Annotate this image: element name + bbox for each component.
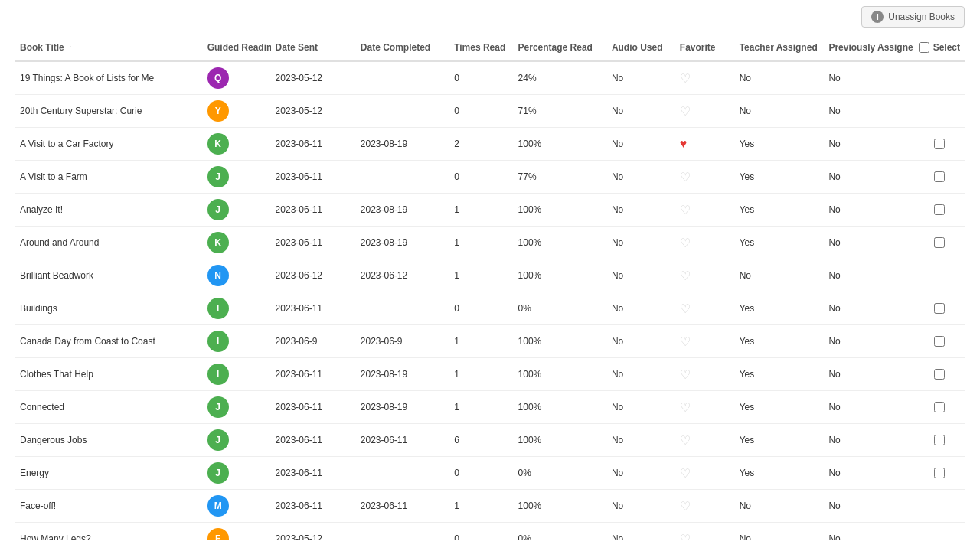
book-title-text: A Visit to a Car Factory [20, 139, 114, 149]
row-select-checkbox[interactable] [934, 237, 945, 248]
cell-teacher-assigned: Yes [735, 358, 825, 391]
favorite-heart-icon[interactable]: ♡ [680, 104, 691, 119]
cell-teacher-assigned: Yes [735, 227, 825, 259]
cell-guided-reading-level: J [203, 391, 271, 424]
cell-select [913, 523, 965, 540]
cell-teacher-assigned: No [735, 259, 825, 292]
favorite-heart-icon[interactable]: ♡ [680, 466, 691, 481]
cell-percentage-read: 0% [514, 292, 607, 325]
table-row: ConnectedJ2023-06-112023-08-191100%No♡Ye… [15, 391, 965, 424]
favorite-heart-icon[interactable]: ♡ [680, 532, 691, 540]
col-header-audio-used[interactable]: Audio Used [607, 34, 675, 61]
favorite-heart-icon[interactable]: ♡ [680, 400, 691, 415]
favorite-heart-icon[interactable]: ♡ [680, 71, 691, 86]
cell-percentage-read: 0% [514, 457, 607, 490]
table-wrapper: Book Title ↑ Guided Reading Level Date S… [0, 34, 980, 540]
table-scroll[interactable]: Book Title ↑ Guided Reading Level Date S… [15, 34, 965, 540]
cell-date-sent: 2023-06-11 [271, 457, 356, 490]
table-row: A Visit to a Car FactoryK2023-06-112023-… [15, 128, 965, 161]
favorite-heart-icon[interactable]: ♡ [680, 499, 691, 514]
cell-guided-reading-level: M [203, 490, 271, 523]
cell-favorite[interactable]: ♡ [675, 95, 735, 128]
cell-date-completed: 2023-06-11 [356, 424, 449, 457]
favorite-heart-icon[interactable]: ♡ [680, 203, 691, 217]
cell-favorite[interactable]: ♡ [675, 391, 735, 424]
cell-times-read: 2 [449, 128, 513, 161]
unassign-books-button[interactable]: i Unassign Books [861, 6, 965, 28]
table-row: Clothes That HelpI2023-06-112023-08-1911… [15, 358, 965, 391]
favorite-heart-icon[interactable]: ♡ [680, 170, 691, 184]
favorite-heart-icon[interactable]: ♡ [680, 269, 691, 283]
col-header-date-sent[interactable]: Date Sent [271, 34, 356, 61]
cell-book-title: Dangerous Jobs [15, 424, 203, 457]
cell-select [913, 325, 965, 358]
cell-date-completed: 2023-06-11 [356, 490, 449, 523]
cell-date-completed: 2023-08-19 [356, 227, 449, 259]
cell-favorite[interactable]: ♡ [675, 161, 735, 194]
level-badge: I [207, 331, 229, 352]
col-header-times-read[interactable]: Times Read [449, 34, 513, 61]
cell-favorite[interactable]: ♡ [675, 358, 735, 391]
row-select-checkbox[interactable] [934, 468, 945, 478]
col-header-teacher-assigned[interactable]: Teacher Assigned [735, 34, 825, 61]
cell-guided-reading-level: Q [203, 61, 271, 95]
row-select-checkbox[interactable] [934, 402, 945, 412]
favorite-heart-icon[interactable]: ♥ [680, 137, 688, 151]
cell-select [913, 457, 965, 490]
cell-date-completed: 2023-08-19 [356, 358, 449, 391]
cell-date-sent: 2023-06-11 [271, 358, 356, 391]
row-select-checkbox[interactable] [934, 435, 945, 445]
row-select-checkbox[interactable] [934, 171, 945, 182]
favorite-heart-icon[interactable]: ♡ [680, 302, 691, 316]
col-header-date-completed[interactable]: Date Completed [356, 34, 449, 61]
cell-favorite[interactable]: ♡ [675, 227, 735, 259]
row-select-checkbox[interactable] [934, 336, 945, 347]
row-select-checkbox[interactable] [934, 369, 945, 380]
row-select-checkbox[interactable] [934, 204, 945, 215]
col-header-guided-reading[interactable]: Guided Reading Level [203, 34, 271, 61]
cell-times-read: 1 [449, 194, 513, 227]
level-badge: J [207, 429, 229, 451]
favorite-heart-icon[interactable]: ♡ [680, 236, 691, 250]
cell-previously-assigned: No [824, 424, 913, 457]
cell-favorite[interactable]: ♡ [675, 194, 735, 227]
cell-times-read: 0 [449, 95, 513, 128]
cell-favorite[interactable]: ♡ [675, 424, 735, 457]
select-all-checkbox[interactable] [919, 42, 929, 53]
col-header-percentage-read[interactable]: Percentage Read [514, 34, 607, 61]
cell-favorite[interactable]: ♡ [675, 259, 735, 292]
favorite-heart-icon[interactable]: ♡ [680, 334, 691, 349]
book-title-text: Energy [20, 468, 49, 478]
cell-favorite[interactable]: ♡ [675, 61, 735, 95]
cell-favorite[interactable]: ♡ [675, 457, 735, 490]
cell-times-read: 1 [449, 490, 513, 523]
cell-previously-assigned: No [824, 523, 913, 540]
cell-select [913, 259, 965, 292]
row-select-checkbox[interactable] [934, 303, 945, 314]
favorite-heart-icon[interactable]: ♡ [680, 433, 691, 448]
col-header-favorite[interactable]: Favorite [675, 34, 735, 61]
level-badge: J [207, 396, 229, 418]
cell-favorite[interactable]: ♡ [675, 523, 735, 540]
col-header-book-title[interactable]: Book Title ↑ [15, 34, 203, 61]
cell-guided-reading-level: Y [203, 95, 271, 128]
row-select-checkbox[interactable] [934, 139, 945, 149]
cell-favorite[interactable]: ♡ [675, 325, 735, 358]
table-row: EnergyJ2023-06-1100%No♡YesNo [15, 457, 965, 490]
favorite-heart-icon[interactable]: ♡ [680, 367, 691, 382]
cell-previously-assigned: No [824, 161, 913, 194]
cell-guided-reading-level: I [203, 292, 271, 325]
cell-select [913, 61, 965, 95]
level-badge: I [207, 298, 229, 319]
cell-percentage-read: 100% [514, 128, 607, 161]
cell-guided-reading-level: I [203, 325, 271, 358]
book-title-text: A Visit to a Farm [20, 171, 87, 182]
cell-favorite[interactable]: ♡ [675, 292, 735, 325]
cell-date-completed: 2023-06-9 [356, 325, 449, 358]
cell-favorite[interactable]: ♡ [675, 490, 735, 523]
book-title-text: Connected [20, 402, 64, 412]
col-header-previously-assigned[interactable]: Previously Assigned [824, 34, 913, 61]
cell-favorite[interactable]: ♥ [675, 128, 735, 161]
cell-date-completed [356, 95, 449, 128]
book-title-text: Face-off! [20, 500, 56, 511]
